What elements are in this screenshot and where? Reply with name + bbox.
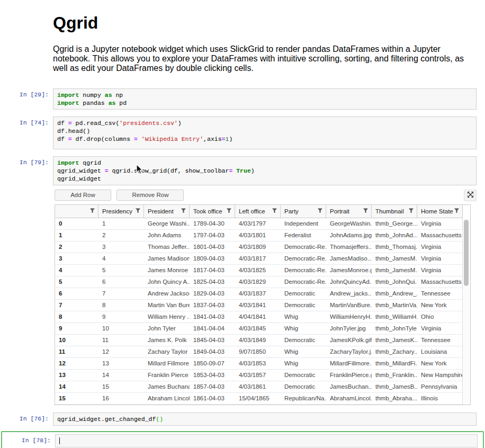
table-cell[interactable]: Virginia xyxy=(417,218,463,229)
table-cell[interactable]: thmb_Franklin... xyxy=(372,369,417,381)
table-row[interactable]: 45James Monroe1817-04-034/03/1825Democra… xyxy=(55,265,463,276)
table-cell[interactable]: thmb_JamesK... xyxy=(372,334,417,346)
table-cell[interactable]: 6 xyxy=(98,276,144,288)
table-cell[interactable]: MartinVanBure... xyxy=(326,299,372,311)
table-cell[interactable]: Independent xyxy=(281,218,326,229)
table-row[interactable]: 1112Zachary Taylor1849-04-039/07/1850Whi… xyxy=(55,346,463,358)
table-cell[interactable]: Andrew Jackson xyxy=(144,288,190,299)
table-row[interactable]: 1415James Buchanan1857-04-034/03/1861Dem… xyxy=(55,381,463,393)
table-row[interactable]: 67Andrew Jackson1829-04-034/03/1837Democ… xyxy=(55,288,463,300)
table-cell[interactable]: Virginia xyxy=(417,322,463,334)
table-cell[interactable]: 3 xyxy=(98,241,144,253)
table-cell[interactable]: 4/03/1837 xyxy=(235,288,281,299)
table-cell[interactable]: 4/03/1797 xyxy=(235,218,281,229)
table-cell[interactable]: ZacharyTaylor.j... xyxy=(326,346,372,357)
code-cell-29[interactable]: In [29]: import numpy as npimport pandas… xyxy=(0,88,485,110)
table-cell[interactable]: Democratic xyxy=(281,369,326,381)
table-row[interactable]: 12John Adams1797-04-034/03/1801Federalis… xyxy=(55,230,463,241)
row-index-cell[interactable]: 9 xyxy=(55,322,98,334)
table-cell[interactable]: 11 xyxy=(98,334,144,346)
table-cell[interactable]: thmb_JamesM... xyxy=(372,253,417,264)
filter-icon[interactable] xyxy=(226,208,232,214)
table-cell[interactable]: 12 xyxy=(98,346,144,357)
table-cell[interactable]: New Hampshire xyxy=(417,369,463,381)
table-cell[interactable]: 10 xyxy=(98,322,144,334)
table-cell[interactable]: James K. Polk xyxy=(144,334,190,346)
table-cell[interactable]: 1841-04-04 xyxy=(190,322,235,334)
table-cell[interactable]: Tennessee xyxy=(417,288,463,299)
table-row[interactable]: 910John Tyler1841-04-044/03/1845WhigJohn… xyxy=(55,323,463,335)
remove-row-button[interactable]: Remove Row xyxy=(116,190,184,201)
code-input[interactable]: import numpy as npimport pandas as pd xyxy=(53,88,477,110)
table-cell[interactable]: Democratic xyxy=(281,381,326,392)
table-cell[interactable]: Abraham Lincoln xyxy=(144,392,190,404)
column-header-took-office[interactable]: Took office xyxy=(190,205,235,218)
row-index-cell[interactable]: 12 xyxy=(55,357,98,369)
table-cell[interactable]: Democratic xyxy=(281,334,326,346)
table-cell[interactable]: Democratic xyxy=(281,288,326,299)
row-index-cell[interactable]: 8 xyxy=(55,311,98,322)
row-index-cell[interactable]: 1 xyxy=(55,229,98,241)
row-index-cell[interactable]: 10 xyxy=(55,334,98,346)
table-row[interactable]: 1011James K. Polk1845-04-034/03/1849Demo… xyxy=(55,335,463,346)
table-cell[interactable]: 1845-04-03 xyxy=(190,334,235,346)
filter-icon[interactable] xyxy=(408,208,414,214)
table-cell[interactable]: thmb_MartinVa... xyxy=(372,299,417,311)
row-index-cell[interactable]: 15 xyxy=(55,392,98,404)
table-cell[interactable]: 4/04/1841 xyxy=(235,311,281,322)
table-cell[interactable]: 1841-04-03 xyxy=(190,311,235,322)
code-input[interactable]: df = pd.read_csv('presidents.csv')df.hea… xyxy=(53,117,477,149)
table-cell[interactable]: thmb_JohnQui... xyxy=(372,276,417,288)
table-cell[interactable]: 1801-04-03 xyxy=(190,241,235,253)
table-cell[interactable]: Republican/Na... xyxy=(281,392,326,404)
table-cell[interactable]: WilliamHenryH... xyxy=(326,311,372,322)
table-cell[interactable]: Thomasjeffers... xyxy=(326,241,372,253)
table-cell[interactable]: 4/03/1801 xyxy=(235,229,281,241)
table-cell[interactable]: Whig xyxy=(281,322,326,334)
filter-icon[interactable] xyxy=(89,208,95,214)
table-cell[interactable]: 5 xyxy=(98,264,144,276)
code-cell-76[interactable]: In [76]: qgrid_widget.get_changed_df() xyxy=(0,413,485,426)
table-cell[interactable]: 8 xyxy=(98,299,144,311)
table-cell[interactable]: 4/03/1857 xyxy=(235,369,281,381)
table-cell[interactable]: Millard Fillmore xyxy=(144,357,190,369)
table-cell[interactable]: Whig xyxy=(281,357,326,369)
column-header-party[interactable]: Party xyxy=(281,205,326,218)
column-header-president[interactable]: President xyxy=(144,205,190,218)
table-cell[interactable]: Whig xyxy=(281,311,326,322)
table-cell[interactable]: thmb_Thomasj... xyxy=(372,241,417,253)
table-cell[interactable]: 4/03/1841 xyxy=(235,299,281,311)
column-header-left-office[interactable]: Left office xyxy=(235,205,281,218)
table-cell[interactable]: MillardFillmore... xyxy=(326,357,372,369)
filter-icon[interactable] xyxy=(363,208,369,214)
row-index-cell[interactable]: 6 xyxy=(55,288,98,299)
table-cell[interactable]: 4/03/1809 xyxy=(235,241,281,253)
table-row[interactable]: 01George Washi...1789-04-304/03/1797Inde… xyxy=(55,218,463,230)
table-cell[interactable]: JamesMadiso... xyxy=(326,253,372,264)
column-header-presidency[interactable]: Presidency xyxy=(98,205,144,218)
table-cell[interactable]: thmb_JamesM... xyxy=(372,264,417,276)
column-header-home-state[interactable]: Home State xyxy=(417,205,463,218)
table-cell[interactable]: 1837-04-03 xyxy=(190,299,235,311)
add-row-button[interactable]: Add Row xyxy=(55,190,111,201)
table-cell[interactable]: FranklinPierce.gif xyxy=(326,369,372,381)
table-cell[interactable]: New York xyxy=(417,357,463,369)
table-cell[interactable]: 4/03/1817 xyxy=(235,253,281,264)
table-cell[interactable]: 4/03/1825 xyxy=(235,264,281,276)
table-cell[interactable]: Zachary Taylor xyxy=(144,346,190,357)
table-cell[interactable]: thmb_George... xyxy=(372,218,417,229)
table-cell[interactable]: Illinois xyxy=(417,392,463,404)
row-index-cell[interactable]: 4 xyxy=(55,264,98,276)
table-cell[interactable]: Tennessee xyxy=(417,334,463,346)
table-cell[interactable]: John Tyler xyxy=(144,322,190,334)
table-cell[interactable]: 1789-04-30 xyxy=(190,218,235,229)
row-index-cell[interactable]: 11 xyxy=(55,346,98,357)
table-cell[interactable]: John Quincy A... xyxy=(144,276,190,288)
table-row[interactable]: 1213Millard Fillmore1850-09-074/03/1853W… xyxy=(55,358,463,370)
table-cell[interactable]: 9/07/1850 xyxy=(235,346,281,357)
table-cell[interactable]: George Washi... xyxy=(144,218,190,229)
table-cell[interactable]: 1825-04-03 xyxy=(190,276,235,288)
code-input-active[interactable] xyxy=(55,434,478,447)
filter-icon[interactable] xyxy=(181,208,186,214)
table-cell[interactable]: James Buchanan xyxy=(144,381,190,392)
